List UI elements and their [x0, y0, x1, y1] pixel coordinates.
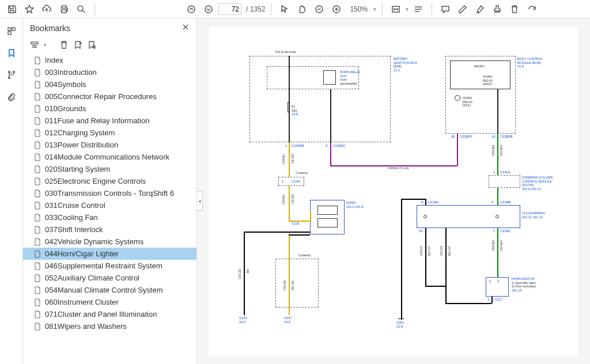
fit-width-icon[interactable]	[388, 2, 403, 17]
bookmarks-icon[interactable]	[3, 45, 20, 61]
zoom-out-icon[interactable]	[312, 2, 327, 17]
page-up-icon[interactable]	[184, 2, 199, 17]
expand-icon[interactable]	[30, 40, 39, 50]
highlight-icon[interactable]	[472, 2, 487, 17]
bookmark-item[interactable]: 030Transmission Controls - TorqShift 6	[23, 187, 196, 199]
bookmark-tools: ▾	[23, 38, 196, 54]
cloud-upload-icon[interactable]	[39, 2, 54, 17]
svg-point-0	[78, 6, 83, 11]
bookmark-item[interactable]: 010Grounds	[23, 103, 196, 115]
comment-icon[interactable]	[438, 2, 453, 17]
bookmark-item[interactable]: 037Shift Interlock	[23, 223, 196, 236]
wiring-diagram: BATTERY JUNCTION BOX (BJB)11-1 Hot at al…	[232, 39, 555, 338]
star-icon[interactable]	[22, 2, 37, 17]
bookmark-item[interactable]: 071Cluster and Panel Illumination	[23, 308, 196, 320]
hand-icon[interactable]	[294, 2, 309, 17]
close-icon[interactable]	[181, 23, 190, 33]
svg-point-1	[188, 6, 195, 13]
stamp-icon[interactable]	[490, 2, 505, 17]
bookmark-item[interactable]: 031Cruise Control	[23, 199, 196, 211]
sccm-box	[489, 175, 520, 188]
branches-icon[interactable]	[3, 67, 20, 83]
bookmark-item[interactable]: 013Power Distribution	[23, 139, 196, 151]
search-icon[interactable]	[74, 2, 89, 17]
add-bookmark-icon[interactable]	[73, 40, 82, 50]
horn-box	[310, 200, 345, 234]
bookmarks-title: Bookmarks	[30, 24, 70, 33]
bookmark-item[interactable]: 052Auxiliary Climate Control	[23, 272, 196, 284]
pointer-icon[interactable]	[277, 2, 292, 17]
svg-point-9	[13, 71, 14, 73]
svg-rect-5	[8, 28, 11, 31]
svg-point-2	[205, 6, 212, 13]
bookmark-item[interactable]: 004Symbols	[23, 78, 196, 90]
clockspring-box	[417, 205, 520, 228]
panel-collapse-handle[interactable]: ◂	[197, 191, 203, 211]
bookmark-item[interactable]: 020Starting System	[23, 163, 196, 175]
zoom-level-select[interactable]: 150%	[350, 5, 368, 13]
svg-rect-11	[31, 42, 38, 44]
delete-bookmark-icon[interactable]	[59, 40, 69, 50]
page-total-label: / 1352	[246, 5, 265, 13]
print-icon[interactable]	[56, 2, 71, 17]
bookmark-item[interactable]: 060Instrument Cluster	[23, 296, 196, 308]
bookmark-item[interactable]: 081Wipers and Washers	[23, 320, 196, 332]
bookmark-item[interactable]: 025Electronic Engine Controls	[23, 175, 196, 187]
bookmark-item[interactable]: 003Introduction	[23, 66, 196, 78]
attachment-icon[interactable]	[3, 89, 20, 105]
bookmark-item[interactable]: 054Manual Climate Control System	[23, 284, 196, 296]
bookmark-list[interactable]: Index003Introduction004Symbols005Connect…	[23, 54, 196, 364]
reflow-icon[interactable]	[411, 2, 426, 17]
bookmark-item[interactable]: 044Horn/Cigar Lighter	[23, 248, 196, 260]
bookmark-item[interactable]: 033Cooling Fan	[23, 211, 196, 223]
page-down-icon[interactable]	[201, 2, 216, 17]
search-bookmark-icon[interactable]	[87, 40, 96, 50]
bookmark-item[interactable]: 046Supplemental Restraint System	[23, 260, 196, 272]
document-page: BATTERY JUNCTION BOX (BJB)11-1 Hot at al…	[209, 27, 578, 355]
document-area[interactable]: ◂ BATTERY JUNCTION BOX (BJB)11-1 Hot at …	[197, 18, 590, 364]
bookmarks-panel: Bookmarks ▾ Index003Introduction004Symbo…	[23, 18, 197, 364]
svg-rect-7	[8, 32, 11, 35]
bjb-label: BATTERY JUNCTION BOX (BJB)11-1	[394, 57, 422, 72]
save-icon[interactable]	[5, 2, 20, 17]
bookmark-item[interactable]: Index	[23, 54, 196, 66]
pencil-icon[interactable]	[455, 2, 470, 17]
bookmark-item[interactable]: 011Fuse and Relay Information	[23, 115, 196, 127]
top-toolbar: / 1352 150%▾ ▾	[0, 0, 590, 18]
trash-icon[interactable]	[507, 2, 522, 17]
zoom-in-icon[interactable]	[329, 2, 344, 17]
thumbnails-icon[interactable]	[3, 23, 20, 39]
left-rail	[0, 18, 23, 364]
bookmark-item[interactable]: 042Vehicle Dynamic Systems	[23, 236, 196, 248]
page-number-input[interactable]	[218, 3, 241, 15]
redo-icon[interactable]	[524, 2, 539, 17]
bookmark-item[interactable]: 012Charging System	[23, 127, 196, 139]
bookmark-item[interactable]: 005Connector Repair Procedures	[23, 90, 196, 103]
bookmark-item[interactable]: 014Module Communications Network	[23, 151, 196, 163]
svg-rect-6	[12, 28, 15, 31]
